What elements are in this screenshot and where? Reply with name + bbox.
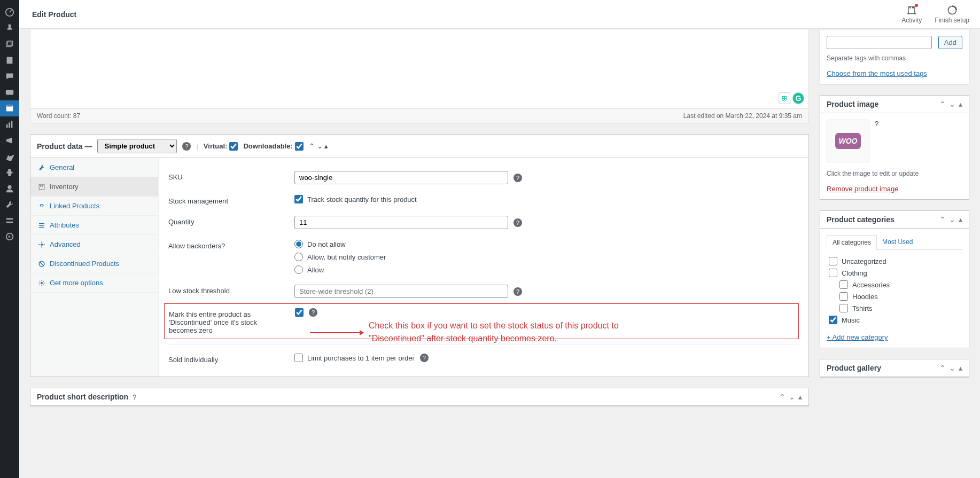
downloadable-toggle[interactable]: Downloadable: [243,142,303,151]
help-icon[interactable]: ? [309,308,317,317]
menu-analytics[interactable] [0,116,19,132]
move-down-icon[interactable]: ⌄ [949,364,955,372]
page-title: Edit Product [32,10,76,19]
menu-collapse[interactable] [0,229,19,245]
content-editor[interactable]: ⛨ G [30,29,809,109]
tag-input[interactable] [827,36,932,49]
track-stock-checkbox[interactable]: Track stock quantity for this product [294,195,417,203]
cat-clothing[interactable]: Clothing [829,267,962,279]
last-edited: Last edited on March 22, 2024 at 9:35 am [683,112,802,120]
backorder-yes-radio[interactable]: Allow [294,265,386,274]
quantity-input[interactable] [294,216,508,229]
backorder-no-radio[interactable]: Do not allow [294,240,386,248]
stock-mgmt-label: Stock management [168,195,286,205]
tab-discontinued[interactable]: Discontinued Products [30,254,158,273]
menu-appearance[interactable] [0,148,19,164]
categories-title: Product categories [827,215,895,224]
svg-rect-8 [11,121,13,128]
menu-pages[interactable] [0,52,19,68]
add-tag-button[interactable]: Add [938,36,962,49]
cat-uncategorized[interactable]: Uncategorized [829,255,962,267]
move-down-icon[interactable]: ⌄ [317,142,323,150]
menu-users[interactable] [0,181,19,197]
activity-button[interactable]: Activity [901,5,922,24]
cat-tshirts[interactable]: Tshirts [839,302,962,314]
sku-input[interactable] [294,171,508,184]
toggle-panel-icon[interactable]: ▴ [959,364,962,372]
product-image-thumb[interactable]: WOO [827,120,869,162]
svg-rect-7 [9,122,10,128]
toggle-panel-icon[interactable]: ▴ [959,100,962,108]
help-icon[interactable]: ? [875,120,878,128]
help-icon[interactable]: ? [514,174,522,182]
move-down-icon[interactable]: ⌄ [789,393,795,401]
svg-rect-4 [6,90,13,95]
help-icon[interactable]: ? [514,218,522,227]
move-up-icon[interactable]: ⌃ [939,215,946,224]
move-up-icon[interactable]: ⌃ [779,393,785,401]
tab-advanced[interactable]: Advanced [30,235,158,254]
help-icon[interactable]: ? [514,287,522,296]
cat-tab-all[interactable]: All categories [827,235,877,250]
toggle-panel-icon[interactable]: ▴ [959,215,962,224]
move-down-icon[interactable]: ⌄ [949,215,955,224]
svg-rect-3 [7,57,13,64]
cat-tab-most-used[interactable]: Most Used [877,235,918,249]
tab-linked-products[interactable]: Linked Products [30,197,158,216]
tab-inventory[interactable]: Inventory [30,177,158,197]
top-bar: Edit Product Activity Finish setup [0,0,980,29]
help-icon[interactable]: ? [133,393,136,401]
product-gallery-box: Product gallery ⌃⌄▴ [820,359,969,378]
svg-rect-14 [39,184,44,190]
menu-products[interactable] [0,100,19,116]
short-desc-title: Product short description [37,393,128,401]
svg-point-9 [7,185,11,189]
low-stock-input[interactable] [294,285,508,298]
tab-attributes[interactable]: Attributes [30,216,158,235]
choose-tags-link[interactable]: Choose from the most used tags [827,69,927,77]
image-box-title: Product image [827,100,878,108]
move-up-icon[interactable]: ⌃ [309,142,315,150]
menu-media[interactable] [0,36,19,52]
toggle-panel-icon[interactable]: ▴ [324,142,328,150]
menu-settings[interactable] [0,213,19,229]
menu-plugins[interactable] [0,164,19,181]
svg-rect-16 [42,185,43,186]
menu-marketing[interactable] [0,132,19,148]
menu-pin[interactable] [0,20,19,36]
backorders-label: Allow backorders? [168,240,286,250]
move-up-icon[interactable]: ⌃ [939,364,946,372]
quantity-label: Quantity [168,216,286,226]
discontinued-label: Mark this entire product as 'Discontinue… [169,308,286,334]
cat-hoodies[interactable]: Hoodies [839,291,962,302]
gallery-title: Product gallery [827,364,881,372]
tab-general[interactable]: General [30,158,158,177]
move-down-icon[interactable]: ⌄ [949,100,955,108]
menu-woocommerce[interactable] [0,84,19,100]
grammarly-icon[interactable]: G [792,92,804,104]
add-new-category-link[interactable]: + Add new category [827,333,888,341]
svg-point-20 [41,243,43,245]
tab-get-more[interactable]: Get more options [30,273,158,293]
sold-individually-checkbox[interactable]: Limit purchases to 1 item per order [294,354,415,362]
admin-sidebar [0,0,19,428]
menu-comments[interactable] [0,68,19,84]
virtual-toggle[interactable]: Virtual: [204,142,238,151]
finish-setup-button[interactable]: Finish setup [935,5,969,24]
grammarly-shield-icon[interactable]: ⛨ [779,92,790,104]
help-icon[interactable]: ? [420,354,429,362]
product-image-box: Product image ⌃⌄▴ WOO ? Click the image … [820,95,969,200]
toggle-panel-icon[interactable]: ▴ [798,393,802,401]
help-icon[interactable]: ? [182,142,191,151]
move-up-icon[interactable]: ⌃ [939,100,946,108]
menu-tools[interactable] [0,197,19,213]
product-type-select[interactable]: Simple product [97,139,177,153]
svg-rect-6 [6,124,8,128]
discontinued-checkbox[interactable] [295,308,304,317]
backorder-notify-radio[interactable]: Allow, but notify customer [294,253,386,261]
cat-music[interactable]: Music [829,314,962,326]
cat-accessories[interactable]: Accessories [839,279,962,291]
remove-image-link[interactable]: Remove product image [827,185,898,193]
menu-dashboard[interactable] [0,4,19,20]
svg-rect-10 [6,218,13,220]
